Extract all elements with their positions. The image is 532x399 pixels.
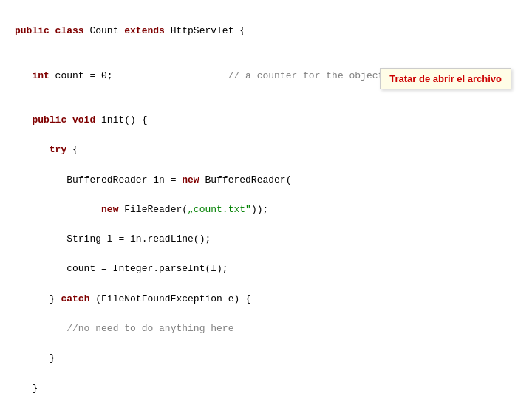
code-line-8: new FileReader(„count.txt")); [15,202,517,217]
code-line-13: } [15,351,517,366]
code-line-6: try { [15,143,517,157]
tooltip-box: Tratar de abrir el archivo [380,68,511,89]
code-line-10: count = Integer.parseInt(l); [15,262,517,276]
code-line-11: } catch (FileNotFoundException e) { [15,292,517,307]
code-line-7: BufferedReader in = new BufferedReader( [15,173,517,188]
code-editor: public class Count extends HttpServlet {… [0,0,532,399]
code-line-12: //no need to do anything here [15,321,517,336]
code-line-9: String l = in.readLine(); [15,232,517,247]
code-line-1: public class Count extends HttpServlet { [15,24,517,38]
code-line-14: } [15,381,517,396]
code-line-5: public void init() { [15,113,517,128]
